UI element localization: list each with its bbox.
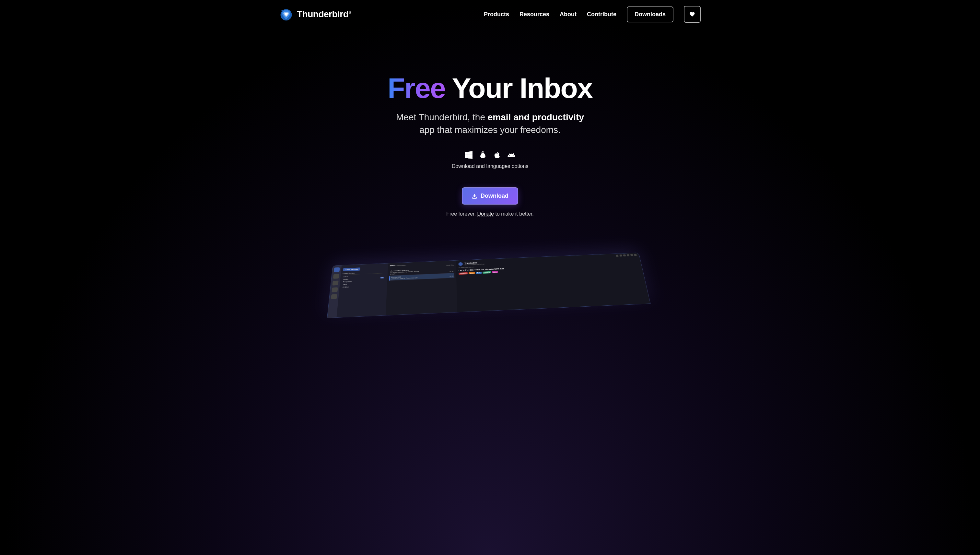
ss-reply-icon <box>616 255 619 257</box>
ss-folder-panel: + New Message Unified Folders Inbox Draf… <box>336 263 388 318</box>
ss-calendar-icon <box>333 281 339 286</box>
hero-title-rest: Your Inbox <box>445 72 592 104</box>
ss-more-icon <box>634 254 637 256</box>
logo[interactable]: Thunderbird <box>279 8 351 21</box>
android-icon <box>508 151 515 159</box>
ss-archive-icon <box>623 255 626 257</box>
ss-junk-icon <box>627 255 630 257</box>
ss-new-message-button: + New Message <box>343 268 360 272</box>
nav-contribute[interactable]: Contribute <box>587 11 617 18</box>
download-icon <box>472 193 477 199</box>
ss-delete-icon <box>630 254 633 256</box>
main-nav: Products Resources About Contribute Down… <box>484 6 701 23</box>
downloads-button[interactable]: Downloads <box>627 6 673 22</box>
apple-icon <box>493 151 501 159</box>
ss-address-icon <box>333 274 339 279</box>
hero-title-accent: Free <box>388 72 445 104</box>
donate-heart-button[interactable] <box>684 6 701 23</box>
hero-subtitle: Meet Thunderbird, the email and producti… <box>312 111 668 136</box>
donate-link[interactable]: Donate <box>477 211 494 217</box>
site-header: Thunderbird Products Resources About Con… <box>253 0 727 29</box>
ss-chat-icon <box>331 294 337 300</box>
ss-tag: Upgrade <box>482 271 491 274</box>
ss-tag: Party <box>492 271 498 273</box>
ss-tag: Important <box>458 272 468 274</box>
hero-title: Free Your Inbox <box>312 74 668 103</box>
ss-mail-icon <box>334 268 340 272</box>
heart-icon <box>689 11 695 17</box>
app-screenshot-window: + New Message Unified Folders Inbox Draf… <box>327 253 651 318</box>
ss-avatar <box>458 262 463 266</box>
ss-message-content: Thunderbird thunderbird@thunderbird.net … <box>456 253 650 312</box>
nav-resources[interactable]: Resources <box>519 11 549 18</box>
ss-message-list: Inbox 128 Messages Quick Filter Alessand… <box>386 261 457 316</box>
donate-text: Free forever. Donate to make it better. <box>312 211 668 217</box>
ss-tasks-icon <box>331 287 338 292</box>
logo-text: Thunderbird <box>297 9 351 19</box>
download-options-link[interactable]: Download and languages options <box>452 164 528 169</box>
hero-section: Free Your Inbox Meet Thunderbird, the em… <box>312 29 668 217</box>
linux-icon <box>479 151 487 159</box>
thunderbird-logo-icon <box>279 8 293 21</box>
nav-products[interactable]: Products <box>484 11 509 18</box>
download-section: Download Free forever. Donate to make it… <box>312 188 668 217</box>
ss-tag: Todo <box>476 272 482 274</box>
nav-about[interactable]: About <box>560 11 576 18</box>
windows-icon <box>465 151 472 159</box>
download-button[interactable]: Download <box>462 188 518 205</box>
platform-icons <box>312 151 668 159</box>
app-screenshot: + New Message Unified Folders Inbox Draf… <box>0 246 980 311</box>
ss-tag: Work <box>469 272 475 274</box>
ss-forward-icon <box>619 255 622 257</box>
